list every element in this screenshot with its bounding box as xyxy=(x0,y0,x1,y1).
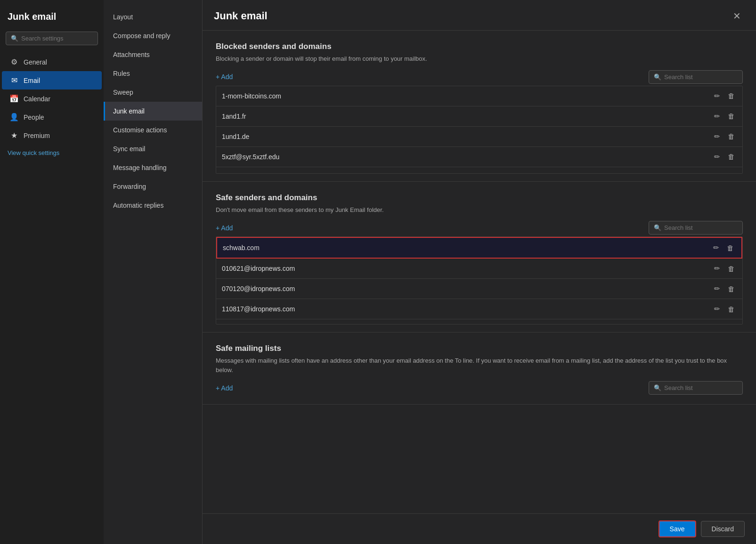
blocked-search-input[interactable] xyxy=(664,73,738,81)
safe-senders-title: Safe senders and domains xyxy=(216,193,743,203)
blocked-email-1: 1and1.fr xyxy=(222,113,246,120)
safe-senders-search-container[interactable]: 🔍 xyxy=(649,221,743,235)
safe-senders-delete-2[interactable]: 🗑 xyxy=(726,284,737,294)
email-icon: ✉ xyxy=(9,76,19,85)
safe-senders-list-scroll[interactable]: schwab.com ✏ 🗑 010621@idropnews.com ✏ xyxy=(216,237,742,324)
safe-senders-delete-0[interactable]: 🗑 xyxy=(725,243,736,253)
sidebar-item-label-calendar: Calendar xyxy=(24,95,50,103)
safe-mailing-section: Safe mailing lists Messages with mailing… xyxy=(203,333,756,405)
blocked-delete-0[interactable]: 🗑 xyxy=(726,91,737,101)
menu-item-forwarding[interactable]: Forwarding xyxy=(104,177,202,196)
safe-senders-description: Don't move email from these senders to m… xyxy=(216,205,743,215)
menu-item-message-handling[interactable]: Message handling xyxy=(104,158,202,177)
menu-item-customise-actions[interactable]: Customise actions xyxy=(104,121,202,139)
blocked-email-3: 5xztf@syr.5xztf.edu xyxy=(222,153,279,161)
menu-item-sweep[interactable]: Sweep xyxy=(104,83,202,102)
safe-senders-add-button[interactable]: + Add xyxy=(216,222,233,234)
blocked-list-scroll[interactable]: 1-mom-bitcoins.com ✏ 🗑 1and1.fr ✏ xyxy=(216,86,742,173)
calendar-icon: 📅 xyxy=(9,94,19,103)
sidebar: Junk email 🔍 ⚙ General ✉ Email 📅 Calenda… xyxy=(0,0,104,544)
blocked-toolbar: + Add 🔍 xyxy=(216,70,743,84)
safe-senders-edit-2[interactable]: ✏ xyxy=(712,284,722,294)
safe-senders-row-3-actions: ✏ 🗑 xyxy=(712,304,737,314)
safe-senders-edit-1[interactable]: ✏ xyxy=(712,263,722,274)
blocked-edit-1[interactable]: ✏ xyxy=(712,111,722,122)
safe-mailing-search-input[interactable] xyxy=(664,384,738,391)
blocked-delete-4[interactable]: 🗑 xyxy=(726,172,737,173)
safe-senders-search-input[interactable] xyxy=(664,224,738,231)
sidebar-nav-item-calendar[interactable]: 📅 Calendar xyxy=(2,89,102,108)
search-settings-container[interactable]: 🔍 xyxy=(6,32,98,45)
sidebar-item-label-general: General xyxy=(24,58,47,66)
blocked-edit-2[interactable]: ✏ xyxy=(712,131,722,142)
menu-item-attachments[interactable]: Attachments xyxy=(104,45,202,64)
safe-senders-delete-3[interactable]: 🗑 xyxy=(726,304,737,314)
safe-senders-toolbar: + Add 🔍 xyxy=(216,221,743,235)
menu-item-layout[interactable]: Layout xyxy=(104,8,202,26)
blocked-edit-0[interactable]: ✏ xyxy=(712,91,722,101)
blocked-row-1: 1and1.fr ✏ 🗑 xyxy=(216,106,742,127)
blocked-row-3: 5xztf@syr.5xztf.edu ✏ 🗑 xyxy=(216,147,742,167)
premium-icon: ★ xyxy=(9,131,19,140)
safe-senders-row-2: 070120@idropnews.com ✏ 🗑 xyxy=(216,279,742,299)
safe-mailing-toolbar: + Add 🔍 xyxy=(216,381,743,395)
dialog-body[interactable]: Blocked senders and domains Blocking a s… xyxy=(203,31,756,513)
menu-item-automatic-replies[interactable]: Automatic replies xyxy=(104,196,202,215)
sidebar-nav-item-premium[interactable]: ★ Premium xyxy=(2,126,102,145)
menu-item-compose-reply[interactable]: Compose and reply xyxy=(104,26,202,45)
safe-senders-row-1: 010621@idropnews.com ✏ 🗑 xyxy=(216,259,742,279)
blocked-section: Blocked senders and domains Blocking a s… xyxy=(203,31,756,182)
safe-mailing-add-button[interactable]: + Add xyxy=(216,382,233,394)
blocked-title: Blocked senders and domains xyxy=(216,42,743,51)
sidebar-nav-item-people[interactable]: 👤 People xyxy=(2,108,102,126)
safe-mailing-title: Safe mailing lists xyxy=(216,344,743,353)
blocked-delete-2[interactable]: 🗑 xyxy=(726,131,737,141)
safe-mailing-search-container[interactable]: 🔍 xyxy=(649,381,743,395)
sidebar-item-label-premium: Premium xyxy=(24,132,50,139)
main-content: Junk email ✕ Blocked senders and domains… xyxy=(203,0,756,544)
safe-senders-section: Safe senders and domains Don't move emai… xyxy=(203,182,756,333)
safe-senders-delete-1[interactable]: 🗑 xyxy=(726,264,737,274)
safe-senders-row-0-actions: ✏ 🗑 xyxy=(711,243,736,253)
dialog-footer: Save Discard xyxy=(203,513,756,544)
middle-menu: Layout Compose and reply Attachments Rul… xyxy=(104,0,203,544)
view-quick-settings-link[interactable]: View quick settings xyxy=(0,145,104,161)
sidebar-nav-item-email[interactable]: ✉ Email xyxy=(2,71,102,89)
blocked-row-4-actions: ✏ 🗑 xyxy=(712,172,737,173)
safe-senders-edit-3[interactable]: ✏ xyxy=(712,304,722,314)
blocked-email-2: 1und1.de xyxy=(222,133,249,140)
blocked-delete-1[interactable]: 🗑 xyxy=(726,111,737,121)
safe-senders-list: schwab.com ✏ 🗑 010621@idropnews.com ✏ xyxy=(216,236,743,325)
save-button[interactable]: Save xyxy=(658,520,696,537)
close-button[interactable]: ✕ xyxy=(729,8,745,24)
safe-senders-edit-0[interactable]: ✏ xyxy=(711,243,721,253)
blocked-search-container[interactable]: 🔍 xyxy=(649,70,743,84)
general-icon: ⚙ xyxy=(9,57,19,66)
dialog-container: Junk email ✕ Blocked senders and domains… xyxy=(203,0,756,544)
blocked-edit-3[interactable]: ✏ xyxy=(712,152,722,162)
safe-senders-email-2: 070120@idropnews.com xyxy=(222,285,295,292)
blocked-delete-3[interactable]: 🗑 xyxy=(726,152,737,162)
safe-senders-row-2-actions: ✏ 🗑 xyxy=(712,284,737,294)
blocked-description: Blocking a sender or domain will stop th… xyxy=(216,54,743,64)
blocked-row-3-actions: ✏ 🗑 xyxy=(712,152,737,162)
safe-senders-email-1: 010621@idropnews.com xyxy=(222,265,295,272)
menu-item-rules[interactable]: Rules xyxy=(104,64,202,83)
blocked-add-button[interactable]: + Add xyxy=(216,71,233,82)
search-settings-input[interactable] xyxy=(21,35,93,42)
sidebar-item-label-people: People xyxy=(24,114,44,121)
blocked-edit-4[interactable]: ✏ xyxy=(712,172,722,173)
junk-email-dialog: Junk email ✕ Blocked senders and domains… xyxy=(203,0,756,544)
menu-item-junk-email[interactable]: Junk email xyxy=(104,102,202,121)
blocked-row-0: 1-mom-bitcoins.com ✏ 🗑 xyxy=(216,86,742,106)
safe-senders-email-0: schwab.com xyxy=(223,244,260,252)
safe-senders-row-3: 110817@idropnews.com ✏ 🗑 xyxy=(216,299,742,319)
menu-item-sync-email[interactable]: Sync email xyxy=(104,139,202,158)
blocked-email-0: 1-mom-bitcoins.com xyxy=(222,92,281,100)
dialog-header: Junk email ✕ xyxy=(203,0,756,31)
blocked-list: 1-mom-bitcoins.com ✏ 🗑 1and1.fr ✏ xyxy=(216,86,743,174)
sidebar-nav-item-general[interactable]: ⚙ General xyxy=(2,53,102,71)
blocked-row-1-actions: ✏ 🗑 xyxy=(712,111,737,122)
safe-senders-row-4: accounts@123formbuilder.com ✏ 🗑 xyxy=(216,319,742,324)
discard-button[interactable]: Discard xyxy=(701,521,745,537)
